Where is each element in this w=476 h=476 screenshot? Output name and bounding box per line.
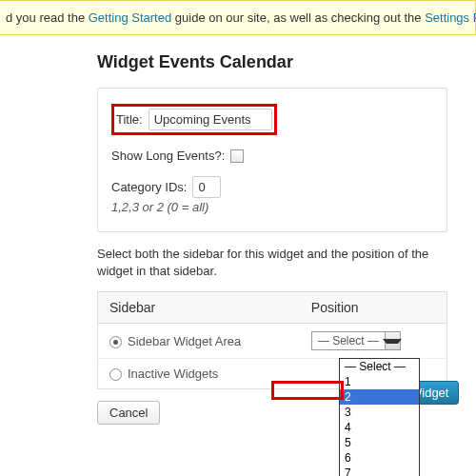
option-4[interactable]: 4 <box>340 420 419 435</box>
row1-label: Sidebar Widget Area <box>128 334 241 348</box>
table-row: Sidebar Widget Area — Select — <box>98 324 447 359</box>
col-sidebar: Sidebar <box>98 292 300 324</box>
category-input[interactable] <box>192 176 221 198</box>
long-events-checkbox[interactable] <box>230 149 244 163</box>
notice-text-1: d you read the <box>6 10 89 25</box>
title-label: Title: <box>116 112 143 127</box>
settings-page-link[interactable]: Settings Page <box>425 10 476 25</box>
getting-started-link[interactable]: Getting Started <box>89 10 171 25</box>
notice-text-2: guide on our site, as well as checking o… <box>171 10 425 25</box>
admin-notice: d you read the Getting Started guide on … <box>0 0 476 35</box>
option-7[interactable]: 7 <box>340 466 419 476</box>
col-position: Position <box>300 292 447 324</box>
select-value: — Select — <box>312 334 385 347</box>
cancel-button[interactable]: Cancel <box>97 401 160 425</box>
title-input[interactable] <box>149 109 272 130</box>
option-1[interactable]: 1 <box>340 374 419 389</box>
sidebar-description: Select both the sidebar for this widget … <box>97 246 447 280</box>
radio-sidebar-widget-area[interactable] <box>109 336 122 348</box>
row2-label: Inactive Widgets <box>128 367 218 381</box>
option-5[interactable]: 5 <box>340 435 419 450</box>
position-select[interactable]: — Select — <box>311 331 401 350</box>
title-highlight: Title: <box>111 104 277 135</box>
chevron-down-icon <box>385 332 400 349</box>
option-3[interactable]: 3 <box>340 405 419 420</box>
option-2[interactable]: 2 <box>340 389 419 405</box>
option-6[interactable]: 6 <box>340 450 419 466</box>
settings-panel: Title: Show Long Events?: Category IDs: … <box>97 88 447 232</box>
radio-inactive-widgets[interactable] <box>109 368 122 381</box>
category-help: 1,2,3 or 2 (0 = all) <box>111 200 433 214</box>
page-title: Widget Events Calendar <box>97 52 447 72</box>
long-events-label: Show Long Events?: <box>111 149 225 163</box>
position-dropdown[interactable]: — Select — 1 2 3 4 5 6 7 <box>339 358 420 476</box>
option-select[interactable]: — Select — <box>340 359 419 374</box>
category-label: Category IDs: <box>111 180 187 194</box>
